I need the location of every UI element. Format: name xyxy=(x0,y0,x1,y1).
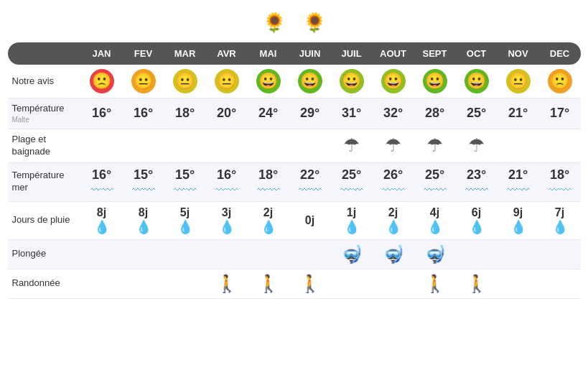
mer-value-6: 25° xyxy=(342,167,361,182)
mer-value-1: 15° xyxy=(134,167,153,182)
mer-value-9: 23° xyxy=(467,167,486,182)
temp-value-11: 17° xyxy=(550,106,569,120)
temp-mer-cell-0: 16°〰〰 xyxy=(81,162,123,201)
plongee-cell-8: 🤿 xyxy=(414,239,456,269)
plage-cell-5 xyxy=(289,129,331,162)
randonnee-cell-1 xyxy=(123,269,164,298)
rain-value-8: 4j xyxy=(430,206,439,218)
randonnee-cell-6 xyxy=(331,269,373,298)
notre-avis-cell-6: 😀 xyxy=(331,65,373,98)
plage-cell-7: ☂ xyxy=(373,129,414,162)
temperature-cell-10: 21° xyxy=(498,98,539,129)
temperature-cell-9: 25° xyxy=(456,98,498,129)
temp-mer-cell-9: 23°〰〰 xyxy=(456,162,498,201)
notre-avis-cell-8: 😀 xyxy=(414,65,456,98)
temp-value-7: 32° xyxy=(383,106,403,120)
randonnee-cell-9: 🚶 xyxy=(456,269,498,298)
rain-value-0: 8j xyxy=(97,206,106,218)
rain-value-6: 1j xyxy=(347,206,356,218)
rain-drop-2: 💧 xyxy=(167,219,203,235)
rain-drop-7: 💧 xyxy=(375,219,411,235)
jours-pluie-cell-1: 8j💧 xyxy=(123,201,164,239)
plongee-row: Plongée🤿🤿🤿 xyxy=(8,239,581,269)
wave-icon-9: 〰〰 xyxy=(459,184,495,197)
plage-cell-4 xyxy=(248,129,289,162)
notre-avis-cell-3: 😐 xyxy=(206,65,248,98)
month-header-fev: FEV xyxy=(123,42,164,65)
smiley-10: 😐 xyxy=(506,69,531,93)
randonnee-row: Randonnée🚶🚶🚶🚶🚶 xyxy=(8,269,581,298)
rain-value-3: 3j xyxy=(222,206,231,218)
temp-mer-cell-4: 18°〰〰 xyxy=(248,162,289,201)
shell-icon-right: 🌻 xyxy=(303,11,326,34)
notre-avis-cell-5: 😀 xyxy=(289,65,331,98)
smiley-8: 😀 xyxy=(423,69,447,93)
randonnee-cell-0 xyxy=(81,269,123,298)
rain-value-4: 2j xyxy=(263,206,273,218)
climate-table: JANFEVMARAVRMAIJUINJUILAOUTSEPTOCTNOVDEC… xyxy=(8,42,581,299)
randonnee-cell-5: 🚶 xyxy=(289,269,331,298)
rain-drop-10: 💧 xyxy=(500,219,536,235)
plongee-cell-1 xyxy=(123,239,164,269)
jours-pluie-cell-11: 7j💧 xyxy=(539,201,581,239)
randonnee-cell-11 xyxy=(539,269,581,298)
wave-icon-3: 〰〰 xyxy=(209,184,245,197)
plage-cell-2 xyxy=(164,129,206,162)
plage-row: Plage et baignade☂☂☂☂ xyxy=(8,129,581,162)
month-header-jan: JAN xyxy=(81,42,123,65)
notre-avis-cell-9: 😀 xyxy=(456,65,498,98)
temperature-cell-7: 32° xyxy=(373,98,414,129)
month-header-sept: SEPT xyxy=(414,42,456,65)
notre-avis-label: Notre avis xyxy=(8,65,81,98)
month-header-avr: AVR xyxy=(206,42,248,65)
temp-mer-label: Température mer xyxy=(8,162,81,201)
rain-drop-3: 💧 xyxy=(209,219,245,235)
hiking-icon-8: 🚶 xyxy=(424,274,446,293)
rain-value-7: 2j xyxy=(388,206,398,218)
temperature-cell-2: 18° xyxy=(164,98,206,129)
temperature-cell-6: 31° xyxy=(331,98,373,129)
rain-drop-6: 💧 xyxy=(334,219,370,235)
temp-mer-cell-7: 26°〰〰 xyxy=(373,162,414,201)
wave-icon-10: 〰〰 xyxy=(500,184,536,197)
temp-value-10: 21° xyxy=(508,106,528,120)
umbrella-icon-7: ☂ xyxy=(385,134,401,156)
jours-pluie-cell-6: 1j💧 xyxy=(331,201,373,239)
diving-icon-7: 🤿 xyxy=(383,244,404,264)
temperature-row: TempératureMalte16°16°18°20°24°29°31°32°… xyxy=(8,98,581,129)
temp-value-5: 29° xyxy=(300,106,319,120)
plage-cell-6: ☂ xyxy=(331,129,373,162)
month-header-juil: JUIL xyxy=(331,42,373,65)
plage-cell-3 xyxy=(206,129,248,162)
rain-drop-4: 💧 xyxy=(251,219,286,235)
temperature-cell-4: 24° xyxy=(248,98,289,129)
jours-pluie-row: Jours de pluie8j💧8j💧5j💧3j💧2j💧0j1j💧2j💧4j💧… xyxy=(8,201,581,239)
wave-icon-6: 〰〰 xyxy=(334,184,370,197)
randonnee-cell-3: 🚶 xyxy=(206,269,248,298)
plongee-cell-4 xyxy=(248,239,289,269)
temp-mer-cell-5: 22°〰〰 xyxy=(289,162,331,201)
temp-mer-cell-8: 25°〰〰 xyxy=(414,162,456,201)
plongee-cell-7: 🤿 xyxy=(373,239,414,269)
wave-icon-8: 〰〰 xyxy=(417,184,453,197)
umbrella-icon-9: ☂ xyxy=(468,134,485,156)
jours-pluie-cell-5: 0j xyxy=(289,201,331,239)
plage-cell-1 xyxy=(123,129,164,162)
temp-value-1: 16° xyxy=(134,106,153,120)
temperature-cell-1: 16° xyxy=(123,98,164,129)
plage-cell-11 xyxy=(539,129,581,162)
month-header-mar: MAR xyxy=(164,42,206,65)
jours-pluie-cell-3: 3j💧 xyxy=(206,201,248,239)
randonnee-label: Randonnée xyxy=(8,269,81,298)
hiking-icon-9: 🚶 xyxy=(466,274,487,293)
hiking-icon-4: 🚶 xyxy=(258,274,279,293)
temperature-cell-3: 20° xyxy=(206,98,248,129)
notre-avis-cell-0: 🙁 xyxy=(81,65,123,98)
empty-header xyxy=(8,42,81,65)
temp-value-3: 20° xyxy=(217,106,236,120)
smiley-5: 😀 xyxy=(298,69,322,93)
mer-value-10: 21° xyxy=(508,167,528,182)
month-header-nov: NOV xyxy=(498,42,539,65)
jours-pluie-label: Jours de pluie xyxy=(8,201,81,239)
rain-value-10: 9j xyxy=(513,206,523,218)
